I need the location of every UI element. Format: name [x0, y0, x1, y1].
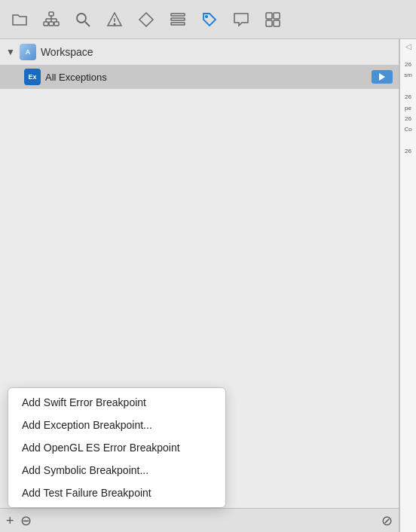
filter-button[interactable]: ⊘	[381, 514, 393, 527]
svg-rect-2	[49, 22, 54, 26]
exception-icon: Ex	[24, 69, 41, 85]
diamond-icon[interactable]	[133, 6, 160, 33]
warning-icon[interactable]	[101, 6, 128, 33]
workspace-header: ▼ A Workspace	[0, 39, 399, 65]
svg-rect-14	[171, 18, 185, 20]
exception-label: All Exceptions	[45, 72, 367, 83]
grid-icon[interactable]	[259, 6, 286, 33]
badge-arrow	[379, 73, 385, 81]
tag-icon[interactable]	[196, 6, 223, 33]
breakpoint-badge	[372, 70, 393, 84]
svg-rect-15	[171, 23, 185, 25]
add-breakpoint-button[interactable]: +	[6, 514, 14, 527]
add-symbolic-breakpoint-item[interactable]: Add Symbolic Breakpoint...	[8, 459, 225, 482]
svg-line-10	[85, 22, 90, 26]
right-panel: ◁ 26sm26pe26Co26	[399, 39, 416, 532]
add-test-failure-breakpoint-item[interactable]: Add Test Failure Breakpoint	[8, 482, 225, 504]
svg-point-9	[77, 14, 86, 23]
workspace-icon: A	[20, 44, 36, 60]
collapse-arrow[interactable]: ▼	[6, 47, 15, 57]
hierarchy-icon[interactable]	[38, 6, 65, 33]
folder-icon[interactable]	[6, 6, 33, 33]
all-exceptions-row[interactable]: Ex All Exceptions	[0, 65, 399, 89]
svg-point-12	[114, 23, 115, 25]
svg-rect-17	[266, 13, 272, 19]
svg-rect-13	[171, 14, 185, 16]
svg-rect-18	[274, 13, 280, 19]
add-swift-error-breakpoint-item[interactable]: Add Swift Error Breakpoint	[8, 391, 225, 414]
search-icon[interactable]	[69, 6, 96, 33]
bottom-toolbar-left: + ⊖	[6, 514, 32, 527]
right-panel-collapse-icon[interactable]: ◁	[405, 42, 411, 50]
add-opengl-breakpoint-item[interactable]: Add OpenGL ES Error Breakpoint	[8, 436, 225, 459]
svg-point-16	[206, 15, 207, 17]
breakpoints-panel: ▼ A Workspace Ex All Exceptions + ⊖ ⊘	[0, 39, 399, 532]
right-panel-content: 26sm26pe26Co26	[404, 60, 412, 157]
main-toolbar	[0, 0, 416, 39]
list-icon[interactable]	[164, 6, 191, 33]
workspace-label: Workspace	[41, 46, 93, 58]
svg-rect-19	[266, 20, 272, 26]
remove-breakpoint-button[interactable]: ⊖	[20, 514, 32, 527]
svg-rect-20	[274, 20, 280, 26]
svg-rect-0	[49, 12, 54, 16]
add-exception-breakpoint-item[interactable]: Add Exception Breakpoint...	[8, 414, 225, 436]
add-breakpoint-menu: Add Swift Error Breakpoint Add Exception…	[8, 387, 226, 508]
svg-rect-3	[54, 22, 59, 26]
bottom-toolbar: + ⊖ ⊘	[0, 508, 399, 532]
chat-icon[interactable]	[228, 6, 255, 33]
main-panel: ▼ A Workspace Ex All Exceptions + ⊖ ⊘	[0, 39, 416, 532]
svg-rect-1	[44, 22, 48, 26]
